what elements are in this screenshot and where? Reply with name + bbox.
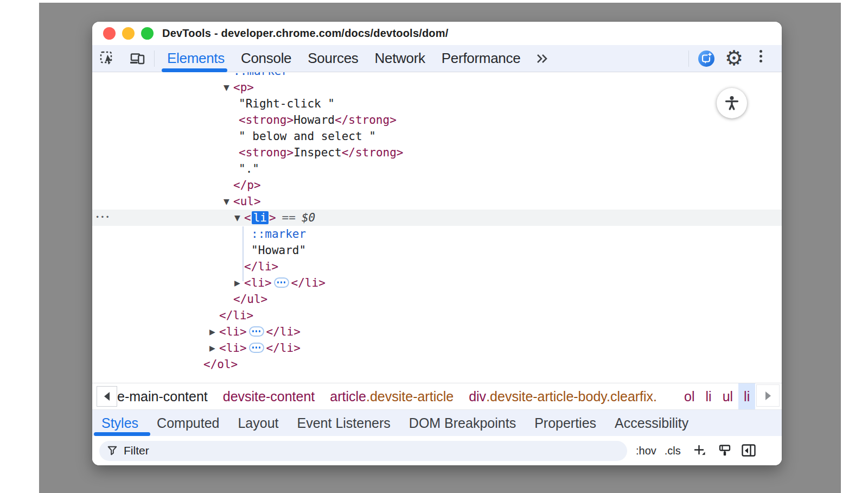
toolbar-tabs: ElementsConsoleSourcesNetworkPerformance <box>159 45 528 72</box>
minimize-window-button[interactable] <box>122 27 135 40</box>
panel-tab-properties[interactable]: Properties <box>525 410 605 436</box>
tree-row[interactable]: ▶<li></li> <box>92 275 782 291</box>
token-ret: $0 <box>302 211 315 224</box>
tree-row[interactable]: ::marker <box>92 72 782 79</box>
breadcrumb-item[interactable]: div.devsite-article-body.clearfix. <box>461 383 665 409</box>
panel-tab-computed[interactable]: Computed <box>148 410 228 436</box>
breadcrumb-item[interactable]: ol <box>679 383 700 409</box>
token-tag: </ul> <box>233 293 267 306</box>
row-more-actions-icon[interactable]: ••• <box>95 210 111 225</box>
tree-row[interactable]: "." <box>92 161 782 177</box>
inspect-element-icon[interactable] <box>99 50 115 67</box>
token-tag: </li> <box>266 342 301 355</box>
hidden-children-ellipsis[interactable] <box>274 277 289 288</box>
token-tag: </strong> <box>342 146 404 159</box>
panel-tab-dom-breakpoints[interactable]: DOM Breakpoints <box>400 410 525 436</box>
tree-row[interactable]: " below and select " <box>92 128 782 144</box>
breadcrumb-part-tag: ul <box>723 389 733 404</box>
token-tag: </li> <box>291 276 326 289</box>
more-tabs-icon[interactable] <box>536 53 549 64</box>
breadcrumb-item[interactable]: article.devsite-article <box>322 383 461 409</box>
tree-row[interactable]: </li> <box>92 307 782 324</box>
right-triangle-icon <box>765 391 771 400</box>
panel-tab-accessibility[interactable]: Accessibility <box>605 410 698 436</box>
token-tag: </li> <box>244 260 278 273</box>
tree-row[interactable]: ▶<li></li> <box>92 324 782 340</box>
token-text: "Howard" <box>251 244 306 257</box>
token-tag: < <box>244 211 251 224</box>
expand-arrow-icon[interactable]: ▶ <box>209 340 215 356</box>
tree-row-selected[interactable]: •••▼<li>==$0 <box>92 210 782 226</box>
close-window-button[interactable] <box>103 27 116 40</box>
breadcrumb: e-main-contentdevsite-contentarticle.dev… <box>92 383 782 409</box>
zoom-window-button[interactable] <box>141 27 154 40</box>
breadcrumb-part-tag: devsite-content <box>223 389 315 404</box>
paint-roller-icon[interactable] <box>718 444 732 458</box>
tree-row[interactable]: </ol> <box>92 356 782 372</box>
tree-row[interactable]: </p> <box>92 177 782 193</box>
tab-console[interactable]: Console <box>233 45 299 72</box>
expand-arrow-icon[interactable]: ▶ <box>209 324 215 340</box>
tree-row[interactable]: "Right-click " <box>92 96 782 112</box>
breadcrumb-item[interactable]: e-main-content <box>117 383 215 409</box>
token-tag: <li> <box>219 325 247 338</box>
tree-row[interactable]: <strong>Howard</strong> <box>92 112 782 128</box>
breadcrumb-item[interactable]: ul <box>717 383 738 409</box>
new-style-rule-button[interactable] <box>693 444 707 458</box>
settings-gear-icon[interactable]: ⚙ <box>725 47 743 69</box>
tab-elements[interactable]: Elements <box>159 45 233 72</box>
tree-row[interactable]: </ul> <box>92 291 782 307</box>
devtools-toolbar: ElementsConsoleSourcesNetworkPerformance <box>92 45 782 72</box>
token-tag: </strong> <box>335 113 397 127</box>
tree-row[interactable]: <strong>Inspect</strong> <box>92 144 782 161</box>
collapse-arrow-icon[interactable]: ▼ <box>224 79 229 96</box>
tree-row[interactable]: ::marker <box>92 226 782 242</box>
breadcrumb-scroll-left-button[interactable] <box>97 386 117 407</box>
kebab-menu-icon[interactable] <box>760 50 762 62</box>
tab-network[interactable]: Network <box>367 45 433 72</box>
token-tag: <li> <box>219 342 247 355</box>
dock-side-icon[interactable] <box>742 444 756 457</box>
panel-tab-event-listeners[interactable]: Event Listeners <box>288 410 400 436</box>
token-text: Howard <box>293 113 335 127</box>
hidden-children-ellipsis[interactable] <box>249 326 264 337</box>
device-toolbar-icon[interactable] <box>129 50 145 67</box>
token-eq: == <box>282 211 296 224</box>
selected-tag-name: li <box>252 211 269 224</box>
token-tag: <ul> <box>233 195 261 208</box>
breadcrumb-item-selected[interactable]: li <box>738 383 755 409</box>
breadcrumb-part-tag: article <box>330 389 366 404</box>
toggle-element-state-button[interactable]: :hov <box>636 445 656 457</box>
toggle-class-button[interactable]: .cls <box>665 445 681 457</box>
panel-tab-layout[interactable]: Layout <box>228 410 288 436</box>
tree-row[interactable]: ▼<p> <box>92 79 782 96</box>
breadcrumb-item[interactable]: li <box>700 383 717 409</box>
token-text: "Right-click " <box>239 97 335 110</box>
title-bar: DevTools - developer.chrome.com/docs/dev… <box>92 22 782 45</box>
token-tag: <li> <box>244 276 272 289</box>
funnel-icon <box>107 445 118 456</box>
collapse-arrow-icon[interactable]: ▼ <box>224 193 229 210</box>
token-tag: </ol> <box>203 358 238 371</box>
active-panel-tab-underline <box>94 432 150 436</box>
dom-tree: ::marker▼<p>"Right-click "<strong>Howard… <box>92 72 782 383</box>
hidden-children-ellipsis[interactable] <box>249 343 264 353</box>
tree-row[interactable]: "Howard" <box>92 242 782 258</box>
token-tag: > <box>269 211 276 224</box>
collapse-arrow-icon[interactable]: ▼ <box>234 210 240 226</box>
tab-sources[interactable]: Sources <box>299 45 366 72</box>
devtools-window: DevTools - developer.chrome.com/docs/dev… <box>92 22 782 465</box>
tree-row[interactable]: ▶<li></li> <box>92 340 782 356</box>
token-text: "." <box>239 162 259 175</box>
tab-performance[interactable]: Performance <box>433 45 529 72</box>
tree-row[interactable]: ▼<ul> <box>92 193 782 210</box>
filter-input[interactable]: Filter <box>99 441 627 461</box>
ai-assistance-icon[interactable] <box>698 50 714 67</box>
breadcrumb-part-tag: div <box>469 389 486 404</box>
tree-row[interactable]: </li> <box>92 258 782 275</box>
expand-arrow-icon[interactable]: ▶ <box>234 275 240 291</box>
breadcrumb-scroll-right-button[interactable] <box>756 384 780 407</box>
breadcrumb-part-cls: .devsite-article-body.clearfix. <box>486 389 657 404</box>
breadcrumb-item[interactable]: devsite-content <box>215 383 323 409</box>
window-title: DevTools - developer.chrome.com/docs/dev… <box>162 27 449 40</box>
